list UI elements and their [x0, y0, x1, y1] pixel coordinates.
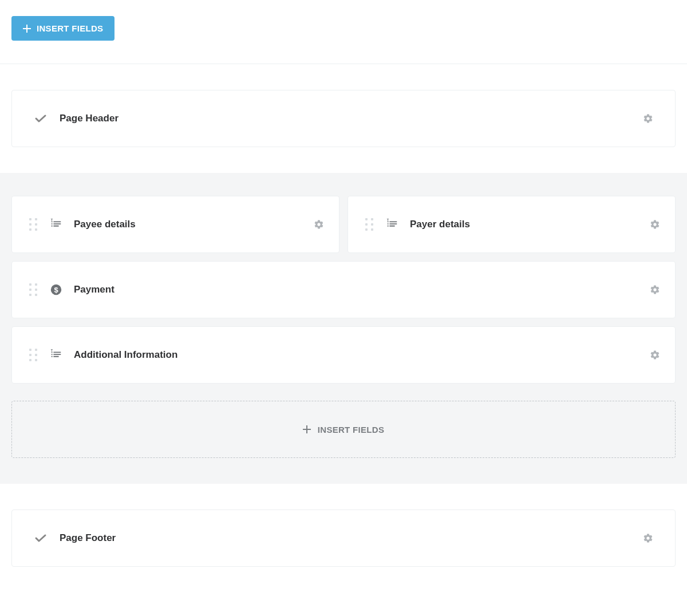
gear-icon[interactable]: [314, 219, 324, 230]
field-block-payer[interactable]: T Payer details: [348, 196, 676, 253]
text-block-icon: T: [50, 349, 62, 361]
gear-icon[interactable]: [643, 533, 653, 543]
field-block-payment[interactable]: $ Payment: [11, 261, 676, 318]
dropzone-label: INSERT FIELDS: [318, 425, 384, 435]
page-footer-block[interactable]: Page Footer: [11, 510, 676, 567]
page-footer-title: Page Footer: [60, 532, 631, 544]
field-title: Payee details: [74, 219, 314, 230]
insert-fields-button[interactable]: INSERT FIELDS: [11, 16, 114, 41]
body-section: T Payee details T Payer details $ Paymen…: [0, 173, 687, 484]
check-icon: [34, 531, 48, 545]
gear-icon[interactable]: [650, 285, 660, 295]
drag-handle-icon[interactable]: [29, 283, 37, 296]
svg-text:T: T: [51, 349, 53, 352]
footer-section: Page Footer: [0, 484, 687, 593]
insert-fields-label: INSERT FIELDS: [37, 23, 103, 33]
field-title: Payment: [74, 284, 650, 295]
gear-icon[interactable]: [643, 113, 653, 124]
page-header-title: Page Header: [60, 113, 631, 124]
field-title: Payer details: [410, 219, 650, 230]
field-title: Additional Information: [74, 349, 650, 361]
svg-text:T: T: [51, 218, 53, 222]
gear-icon[interactable]: [650, 219, 660, 230]
svg-text:T: T: [387, 218, 389, 222]
currency-icon: $: [50, 283, 62, 296]
drag-handle-icon[interactable]: [365, 218, 373, 231]
plus-icon: [23, 25, 31, 33]
page-header-block[interactable]: Page Header: [11, 90, 676, 147]
text-block-icon: T: [50, 218, 62, 231]
gear-icon[interactable]: [650, 350, 660, 360]
header-section: Page Header: [0, 64, 687, 173]
check-icon: [34, 112, 48, 125]
drag-handle-icon[interactable]: [29, 218, 37, 231]
insert-fields-dropzone[interactable]: INSERT FIELDS: [11, 401, 676, 458]
drag-handle-icon[interactable]: [29, 349, 37, 361]
field-block-payee[interactable]: T Payee details: [11, 196, 339, 253]
svg-text:$: $: [54, 286, 58, 294]
field-block-additional[interactable]: T Additional Information: [11, 326, 676, 384]
text-block-icon: T: [386, 218, 398, 231]
top-toolbar: INSERT FIELDS: [0, 0, 687, 64]
plus-icon: [303, 425, 311, 433]
